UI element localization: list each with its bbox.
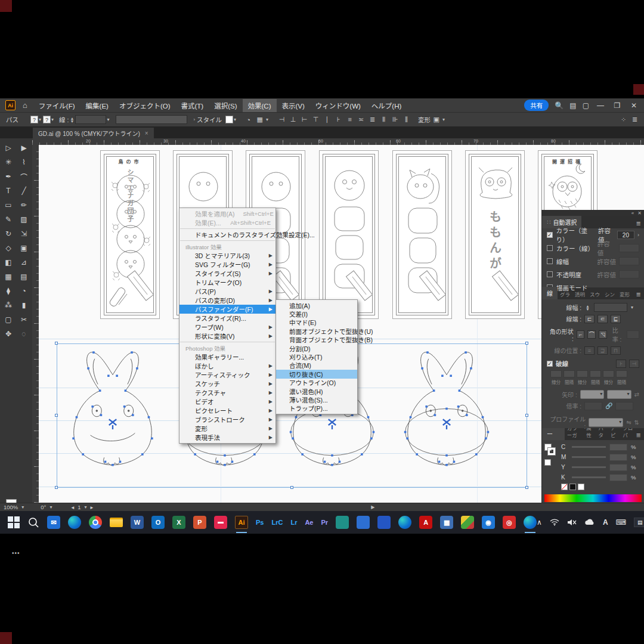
notification-badge[interactable]: ▤13 <box>634 518 644 527</box>
channel-value-field[interactable] <box>609 464 627 471</box>
width-profile-select[interactable] <box>589 418 623 427</box>
panel-collapse-icon[interactable]: « <box>631 210 634 216</box>
next-artboard-icon[interactable]: ▸ <box>91 504 94 510</box>
checkbox-1[interactable] <box>547 245 553 251</box>
taskbar-blue-app-2[interactable] <box>377 515 391 530</box>
artboard-5[interactable] <box>392 150 452 319</box>
join-miter-button[interactable]: ⌐ <box>577 330 585 339</box>
shape-builder-tool[interactable]: ◧ <box>1 255 16 270</box>
taskbar-lightroom-classic[interactable]: LrC <box>271 515 283 530</box>
rotation-value[interactable]: 0° <box>41 504 46 510</box>
taskbar-powerpoint[interactable]: P <box>193 515 206 530</box>
prev-artboard-icon[interactable]: ◂ <box>71 504 74 510</box>
pen-tool[interactable]: ✒ <box>1 169 16 184</box>
effect-menu-item-9[interactable]: トリムマーク(O) <box>179 278 275 287</box>
type-tool[interactable]: T <box>1 184 16 198</box>
effect-menu-item-26[interactable]: 変形▶ <box>179 424 275 433</box>
volume-muted-icon[interactable] <box>567 519 577 526</box>
artboard-4[interactable] <box>319 150 379 319</box>
taskbar-photoshop[interactable]: Ps <box>256 515 264 530</box>
menubar-item-V[interactable]: 表示(V) <box>277 99 310 112</box>
panel-menu-icon[interactable]: ≣ <box>636 291 644 299</box>
join-round-button[interactable]: ⌒ <box>587 330 596 339</box>
panel-menu-icon[interactable]: ≣ <box>629 116 640 123</box>
taskbar-edge[interactable] <box>68 515 81 530</box>
taskbar-premiere[interactable]: Pr <box>321 515 328 530</box>
bbox-handle-0[interactable] <box>55 342 58 345</box>
tab-スウ[interactable]: スウ <box>587 289 602 299</box>
tab-透明[interactable]: 透明 <box>572 289 587 299</box>
home-icon[interactable]: ⌂ <box>23 101 27 110</box>
taskbar-blue-app-1[interactable] <box>357 515 370 530</box>
taskbar-calculator[interactable]: ▦ <box>440 515 453 530</box>
taskbar-notes-app[interactable] <box>336 515 349 530</box>
flip-along-icon[interactable]: ⇋ <box>626 419 631 426</box>
align-icon-10[interactable]: ⊪ <box>389 116 401 123</box>
stroke-width-combo[interactable] <box>594 303 627 312</box>
search-icon[interactable]: 🔍 <box>555 101 564 110</box>
bbox-handle-2[interactable] <box>525 342 528 345</box>
checkbox-2[interactable] <box>547 258 553 264</box>
taskbar-acrobat[interactable]: A <box>419 515 432 530</box>
flip-across-icon[interactable]: ⇅ <box>634 419 639 426</box>
pathfinder-item-4[interactable]: 背面オブジェクトで型抜き(B) <box>276 336 357 344</box>
effect-menu-item-3[interactable]: ドキュメントのラスタライズ効果設定(E)... <box>179 230 275 239</box>
taskbar-camera-app[interactable]: ◉ <box>482 515 495 530</box>
style-swatch[interactable] <box>225 116 233 123</box>
minimize-button[interactable]: — <box>595 101 606 110</box>
cap-butt-button[interactable]: ⊏ <box>584 315 595 323</box>
zoom-level[interactable]: 100% <box>4 504 18 510</box>
artboard-tool[interactable]: ▢ <box>1 312 16 327</box>
align-icon-4[interactable]: ∣ <box>321 116 333 123</box>
join-bevel-button[interactable]: ◹ <box>599 330 607 339</box>
taskbar-red-pin-app[interactable]: ◎ <box>503 515 516 530</box>
pathfinder-item-3[interactable]: 前面オブジェクトで型抜き(U) <box>276 327 357 335</box>
align-icon-9[interactable]: ⫴ <box>378 116 389 123</box>
dash-align-icon[interactable]: ⊣ <box>629 360 639 368</box>
workspace-icon[interactable]: ⁘ <box>618 116 629 123</box>
channel-slider[interactable] <box>572 476 606 478</box>
taskbar-chrome[interactable] <box>89 515 102 530</box>
hand-tool[interactable]: ✥ <box>1 327 16 341</box>
pathfinder-item-1[interactable]: 交差(I) <box>276 309 357 318</box>
effect-menu-item-7[interactable]: SVG フィルター(G)▶ <box>179 260 275 269</box>
share-button[interactable]: 共有 <box>524 100 549 111</box>
vertical-ruler[interactable] <box>32 145 39 503</box>
rotate-tool[interactable]: ↻ <box>1 227 16 241</box>
channel-value-field[interactable] <box>609 444 627 451</box>
menubar-item-H[interactable]: ヘルプ(H) <box>366 99 407 112</box>
effect-menu-item-23[interactable]: ビデオ▶ <box>179 397 275 406</box>
effect-menu-item-8[interactable]: スタイライズ(S)▶ <box>179 269 275 278</box>
checkbox-0[interactable]: ✓ <box>547 232 553 238</box>
taskbar-swirl-app-2[interactable] <box>524 515 537 530</box>
menubar-item-T[interactable]: 書式(T) <box>176 99 209 112</box>
pathfinder-item-6[interactable]: 刈り込み(T) <box>276 352 357 361</box>
pathfinder-item-2[interactable]: 中マド(E) <box>276 318 357 327</box>
tolerance-value[interactable]: 20 <box>617 231 634 239</box>
scale-tool[interactable]: ⇲ <box>16 227 32 241</box>
cap-round-button[interactable]: ⊂ <box>597 315 608 323</box>
lasso-tool[interactable]: ⌇ <box>16 155 32 169</box>
pathfinder-item-5[interactable]: 分割(D) <box>276 344 357 352</box>
dashed-checkbox[interactable]: ✓ <box>547 361 553 367</box>
align-icon-0[interactable]: ⊣ <box>276 116 287 123</box>
opacity-icon[interactable]: ◔ <box>243 116 254 123</box>
scroll-right-icon[interactable]: ▶ <box>371 504 374 510</box>
pathfinder-item-10[interactable]: 濃い混色(H) <box>276 387 357 395</box>
free-transform-tool[interactable]: ▣ <box>16 241 32 255</box>
align-center-button[interactable]: ≡ <box>584 346 595 355</box>
taskbar-file-explorer[interactable] <box>110 515 123 530</box>
effect-menu-item-27[interactable]: 表現手法▶ <box>179 433 275 442</box>
stroke-swatch[interactable]: ? <box>43 116 51 123</box>
restore-button[interactable]: ❐ <box>612 101 623 110</box>
taskbar-parrot-app[interactable] <box>461 515 474 530</box>
effect-menu-item-18[interactable]: 効果ギャラリー... <box>179 352 275 361</box>
effect-menu-item-12[interactable]: パスファインダー(F)▶ <box>179 305 275 314</box>
effect-menu-item-6[interactable]: 3D とマテリアル(3)▶ <box>179 251 275 260</box>
align-icon-5[interactable]: ⊦ <box>333 116 344 123</box>
tolerance-chevron-icon[interactable]: › <box>637 232 639 238</box>
eyedropper-tool[interactable]: ⧫ <box>1 284 16 298</box>
hidden-icons-chevron[interactable]: ∧ <box>537 518 542 527</box>
tab-close-icon[interactable]: × <box>145 130 148 137</box>
arrange-icon[interactable]: ▢ <box>583 101 589 110</box>
